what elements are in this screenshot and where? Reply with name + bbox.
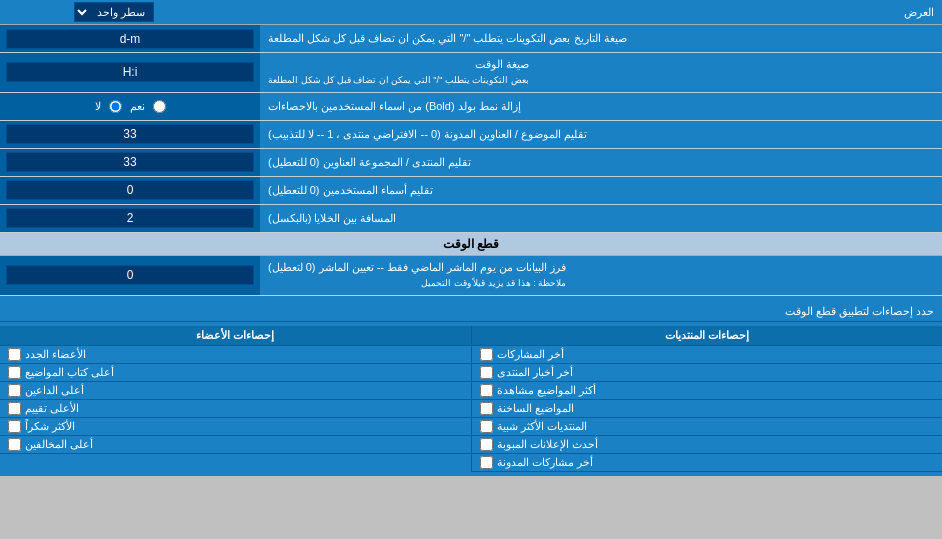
bold-remove-label: إزالة نمط بولد (Bold) من اسماء المستخدمي… <box>260 93 942 120</box>
stats-col1-header: إحصاءات المنتديات <box>472 326 943 346</box>
stat-forum-news: أخر أخبار المنتدى <box>472 364 943 382</box>
stat-forum-news-label: أخر أخبار المنتدى <box>497 366 573 379</box>
topic-trim-row: تقليم الموضوع / العناوين المدونة (0 -- ا… <box>0 121 942 149</box>
stats-col1: إحصاءات المنتديات أخر المشاركات أخر أخبا… <box>471 326 943 472</box>
realtime-filter-input-wrapper <box>0 256 260 295</box>
time-format-label: صيغة الوقتبعض التكوينات يتطلب "/" التي ي… <box>260 53 942 92</box>
stat-forum-news-checkbox[interactable] <box>480 366 493 379</box>
stat-new-members-checkbox[interactable] <box>8 348 21 361</box>
date-format-input[interactable] <box>6 29 254 49</box>
stat-top-violators-checkbox[interactable] <box>8 438 21 451</box>
username-trim-label: تقليم أسماء المستخدمين (0 للتعطيل) <box>260 177 942 204</box>
forum-trim-row: تقليم المنتدى / المجموعة العناوين (0 للت… <box>0 149 942 177</box>
stat-new-members-label: الأعضاء الجدد <box>25 348 86 361</box>
bold-remove-input-wrapper: نعم لا <box>0 93 260 120</box>
bold-no-label: لا <box>95 100 101 113</box>
bold-radio-group: نعم لا <box>87 100 174 113</box>
stat-shares-checkbox[interactable] <box>480 348 493 361</box>
display-label: العرض <box>158 4 942 21</box>
stat-most-thanked-label: الأكثر شكراً <box>25 420 75 433</box>
date-format-input-wrapper <box>0 25 260 52</box>
realtime-section-header: قطع الوقت <box>0 233 942 256</box>
forum-trim-input-wrapper <box>0 149 260 176</box>
stat-top-inviters-checkbox[interactable] <box>8 384 21 397</box>
stat-blog-posts-checkbox[interactable] <box>480 456 493 469</box>
stat-classifieds-checkbox[interactable] <box>480 438 493 451</box>
stats-col2: إحصاءات الأعضاء الأعضاء الجدد أعلى كتاب … <box>0 326 471 472</box>
stat-most-viewed-label: أكثر المواضيع مشاهدة <box>497 384 596 397</box>
forum-trim-input[interactable] <box>6 152 254 172</box>
stat-similar-forums-label: المنتديات الأكثر شبية <box>497 420 587 433</box>
stat-most-viewed-checkbox[interactable] <box>480 384 493 397</box>
username-trim-input[interactable] <box>6 180 254 200</box>
stat-top-writers: أعلى كتاب المواضيع <box>0 364 471 382</box>
display-row: العرض سطر واحد سطران ثلاثة أسطر <box>0 0 942 25</box>
date-format-label: صيغة التاريخ بعض التكوينات يتطلب "/" الت… <box>260 25 942 52</box>
stats-limit-label: حدد إحصاءات لتطبيق قطع الوقت <box>8 305 934 318</box>
forum-trim-label: تقليم المنتدى / المجموعة العناوين (0 للت… <box>260 149 942 176</box>
stat-hot-topics: المواضيع الساخنة <box>472 400 943 418</box>
stat-classifieds: أحدث الإعلانات المبوبة <box>472 436 943 454</box>
cell-gap-label: المسافة بين الخلايا (بالبكسل) <box>260 205 942 232</box>
bold-yes-label: نعم <box>130 100 145 113</box>
username-trim-input-wrapper <box>0 177 260 204</box>
stat-classifieds-label: أحدث الإعلانات المبوبة <box>497 438 598 451</box>
username-trim-row: تقليم أسماء المستخدمين (0 للتعطيل) <box>0 177 942 205</box>
stat-blog-posts-label: أخر مشاركات المدونة <box>497 456 593 469</box>
stat-top-violators: أعلى المخالفين <box>0 436 471 454</box>
stat-top-writers-checkbox[interactable] <box>8 366 21 379</box>
realtime-filter-input[interactable] <box>6 265 254 285</box>
topic-trim-label: تقليم الموضوع / العناوين المدونة (0 -- ا… <box>260 121 942 148</box>
cell-gap-input[interactable] <box>6 208 254 228</box>
stats-checkboxes: إحصاءات المنتديات أخر المشاركات أخر أخبا… <box>0 322 942 476</box>
display-select-wrapper[interactable]: سطر واحد سطران ثلاثة أسطر <box>4 2 154 22</box>
stat-top-inviters-label: أعلى الداعين <box>25 384 84 397</box>
stat-top-rated-checkbox[interactable] <box>8 402 21 415</box>
stat-top-rated-label: الأعلى تقييم <box>25 402 79 415</box>
topic-trim-input[interactable] <box>6 124 254 144</box>
stat-top-inviters: أعلى الداعين <box>0 382 471 400</box>
stat-new-members: الأعضاء الجدد <box>0 346 471 364</box>
stat-shares: أخر المشاركات <box>472 346 943 364</box>
cell-gap-row: المسافة بين الخلايا (بالبكسل) <box>0 205 942 233</box>
realtime-filter-row: فرز البيانات من يوم الماشر الماضي فقط --… <box>0 256 942 296</box>
time-format-input-wrapper <box>0 53 260 92</box>
realtime-filter-label: فرز البيانات من يوم الماشر الماضي فقط --… <box>260 256 942 295</box>
time-format-row: صيغة الوقتبعض التكوينات يتطلب "/" التي ي… <box>0 53 942 93</box>
stat-blog-posts: أخر مشاركات المدونة <box>472 454 943 472</box>
date-format-row: صيغة التاريخ بعض التكوينات يتطلب "/" الت… <box>0 25 942 53</box>
stat-top-rated: الأعلى تقييم <box>0 400 471 418</box>
stats-section: حدد إحصاءات لتطبيق قطع الوقت إحصاءات الم… <box>0 296 942 476</box>
bold-yes-radio[interactable] <box>153 100 166 113</box>
stat-shares-label: أخر المشاركات <box>497 348 564 361</box>
stat-similar-forums-checkbox[interactable] <box>480 420 493 433</box>
bold-remove-row: إزالة نمط بولد (Bold) من اسماء المستخدمي… <box>0 93 942 121</box>
stats-limit-row: حدد إحصاءات لتطبيق قطع الوقت <box>0 302 942 322</box>
stat-most-thanked-checkbox[interactable] <box>8 420 21 433</box>
stat-most-thanked: الأكثر شكراً <box>0 418 471 436</box>
bold-no-radio[interactable] <box>109 100 122 113</box>
stat-top-writers-label: أعلى كتاب المواضيع <box>25 366 114 379</box>
stats-col2-header: إحصاءات الأعضاء <box>0 326 471 346</box>
topic-trim-input-wrapper <box>0 121 260 148</box>
stat-top-violators-label: أعلى المخالفين <box>25 438 93 451</box>
stat-hot-topics-label: المواضيع الساخنة <box>497 402 574 415</box>
stat-hot-topics-checkbox[interactable] <box>480 402 493 415</box>
time-format-input[interactable] <box>6 62 254 82</box>
stat-similar-forums: المنتديات الأكثر شبية <box>472 418 943 436</box>
cell-gap-input-wrapper <box>0 205 260 232</box>
display-select[interactable]: سطر واحد سطران ثلاثة أسطر <box>74 2 154 22</box>
stat-most-viewed: أكثر المواضيع مشاهدة <box>472 382 943 400</box>
